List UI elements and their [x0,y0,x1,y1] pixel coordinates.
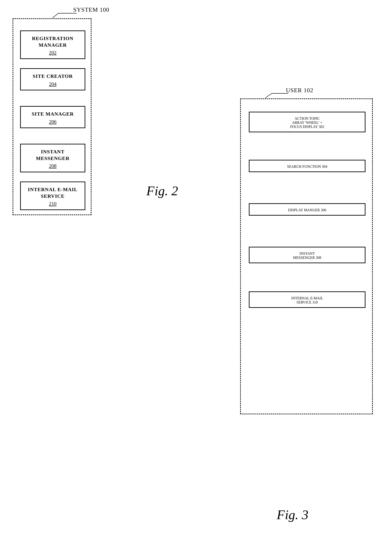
instant-messenger-system-number: 208 [23,163,82,169]
search-function-box: SEARCH FUNCTION 304 [249,160,365,172]
internal-email-user-title: INTERNAL E-MAILSERVICE [291,296,323,304]
action-topic-box: ACTION TOPICARRAY 'WHEEL' +FOCUS DISPLAY… [249,112,365,132]
user-label: USER 102 [286,87,313,94]
display-manager-box: DISPLAY MANGER 306 [249,203,365,216]
site-creator-number: 204 [23,81,82,87]
registration-manager-box: REGISTRATIONMANAGER 202 [20,31,85,59]
system-box: REGISTRATIONMANAGER 202 SITE CREATOR 204… [12,18,91,215]
site-creator-box: SITE CREATOR 204 [20,68,85,90]
site-manager-number: 206 [23,119,82,125]
instant-messenger-user-box: INSTANTMESSENGER 308 [249,247,365,263]
search-function-title: SEARCH FUNCTION [287,165,321,168]
fig3-label: Fig. 3 [277,507,308,522]
registration-manager-title: REGISTRATIONMANAGER [23,35,82,48]
internal-email-user-box: INTERNAL E-MAILSERVICE 310 [249,291,365,308]
instant-messenger-system-title: INSTANTMESSENGER [23,149,82,161]
instant-messenger-user-title: INSTANTMESSENGER [293,252,315,260]
diagram: SYSTEM 100 REGISTRATIONMANAGER 202 SITE … [0,0,392,545]
internal-email-system-box: INTERNAL E-MAILSERVICE 210 [20,181,85,210]
site-manager-box: SITE MANAGER 206 [20,106,85,128]
user-box: ACTION TOPICARRAY 'WHEEL' +FOCUS DISPLAY… [240,99,373,414]
action-topic-number: 302 [319,125,324,129]
instant-messenger-user-number: 308 [316,256,321,260]
site-creator-title: SITE CREATOR [23,73,82,80]
instant-messenger-system-box: INSTANTMESSENGER 208 [20,144,85,172]
internal-email-system-number: 210 [23,201,82,207]
svg-line-3 [265,93,272,98]
registration-manager-number: 202 [23,50,82,56]
internal-email-system-title: INTERNAL E-MAILSERVICE [23,186,82,199]
system-label: SYSTEM 100 [73,6,109,13]
action-topic-title: ACTION TOPICARRAY 'WHEEL' +FOCUS DISPLAY [290,117,322,129]
svg-line-1 [53,13,58,18]
fig2-label: Fig. 2 [146,183,178,198]
display-manager-title: DISPLAY MANGER [288,208,320,212]
search-function-number: 304 [322,165,327,168]
display-manager-number: 306 [321,208,326,212]
site-manager-title: SITE MANAGER [23,111,82,118]
internal-email-user-number: 310 [312,300,318,304]
